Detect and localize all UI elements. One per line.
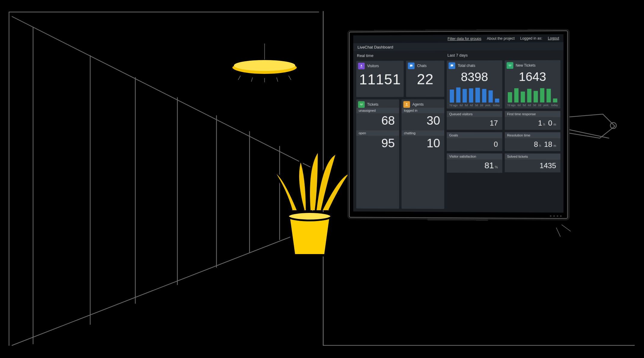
total-chats-value: 8398 [447, 69, 502, 84]
section-realtime-label: Real time [356, 53, 444, 58]
queued-card: Queued visitors 17 [447, 111, 502, 130]
chats-value: 22 [406, 69, 444, 92]
agents-chatting-value: 10 [401, 136, 444, 153]
satisfaction-label: Visitor satisfaction [447, 153, 502, 160]
satisfaction-value: 81 [484, 161, 494, 170]
tickets-unassigned-value: 68 [356, 113, 399, 130]
tickets-open-value: 95 [356, 136, 399, 153]
chats-label: Chats [417, 64, 427, 68]
dashboard-screen: Filter data for groups About the project… [353, 34, 563, 213]
total-chats-chart [447, 84, 502, 103]
new-tickets-value: 1643 [504, 69, 560, 84]
monitor-leds [550, 215, 562, 217]
tickets-unassigned-label: unassigned [356, 108, 399, 113]
svg-point-3 [288, 212, 331, 220]
logged-in-label: Logged in as: [520, 36, 542, 41]
first-response-m: 0 [548, 119, 552, 127]
total-chats-label: Total chats [458, 63, 475, 68]
monitor-bracket-icon [567, 114, 616, 138]
first-response-h: 1 [538, 119, 542, 127]
resolution-h: 8 [534, 140, 538, 149]
visitors-card: Visitors 11151 [356, 61, 404, 97]
svg-point-5 [361, 65, 362, 66]
resolution-card: Resolution time 8h 18m [504, 132, 560, 151]
total-chats-card: Total chats 8398 7d ago6d5d4d3d2dyest.to… [447, 60, 502, 109]
top-bar: Filter data for groups About the project… [353, 34, 563, 43]
svg-point-6 [406, 103, 407, 105]
new-tickets-chart [504, 84, 560, 102]
agents-chatting-label: chatting [401, 130, 444, 136]
app-title: LiveChat Dashboard [353, 42, 563, 51]
agents-loggedin-value: 30 [401, 113, 444, 130]
agents-loggedin-label: logged in [401, 108, 444, 113]
tickets-open-label: open [356, 130, 399, 136]
tickets-icon [358, 101, 365, 108]
resolution-label: Resolution time [504, 132, 560, 138]
new-tickets-label: New Tickets [516, 63, 535, 68]
filter-groups-link[interactable]: Filter data for groups [448, 37, 481, 41]
ceiling-lamp-icon [232, 44, 298, 82]
chats-icon [408, 62, 415, 69]
goals-card: Goals 0 [447, 132, 502, 151]
queued-value: 17 [447, 117, 502, 130]
solved-card: Solved tickets 1435 [504, 153, 560, 172]
resolution-m: 18 [544, 140, 552, 149]
agents-icon [403, 101, 410, 108]
total-chats-icon [449, 62, 455, 69]
visitors-label: Visitors [367, 64, 379, 68]
visitors-icon [358, 63, 365, 69]
satisfaction-unit: % [495, 165, 498, 169]
goals-label: Goals [447, 132, 502, 138]
logout-link[interactable]: Logout [548, 36, 559, 40]
solved-value: 1435 [504, 159, 560, 172]
agents-card: Agents logged in 30 chatting 10 [401, 99, 444, 209]
queued-label: Queued visitors [447, 111, 502, 117]
about-project-link[interactable]: About the project [487, 36, 514, 41]
new-tickets-card: New Tickets 1643 7d ago6d5d4d3d2dyest.to… [504, 60, 560, 108]
agents-label: Agents [412, 102, 424, 107]
tickets-card: Tickets unassigned 68 open 95 [356, 99, 399, 209]
solved-label: Solved tickets [504, 153, 560, 160]
section-last7-label: Last 7 days [447, 53, 560, 58]
first-response-card: First time response 1h 0m [504, 111, 560, 130]
first-response-label: First time response [504, 111, 560, 117]
new-tickets-icon [507, 62, 513, 69]
visitors-value: 11151 [356, 69, 404, 92]
satisfaction-card: Visitor satisfaction 81 % [447, 153, 502, 173]
chats-card: Chats 22 [406, 61, 444, 97]
tickets-label: Tickets [367, 102, 379, 107]
wall-monitor: Filter data for groups About the project… [349, 30, 568, 219]
plant-icon [274, 150, 350, 255]
goals-value: 0 [447, 138, 502, 151]
svg-point-2 [234, 60, 295, 71]
